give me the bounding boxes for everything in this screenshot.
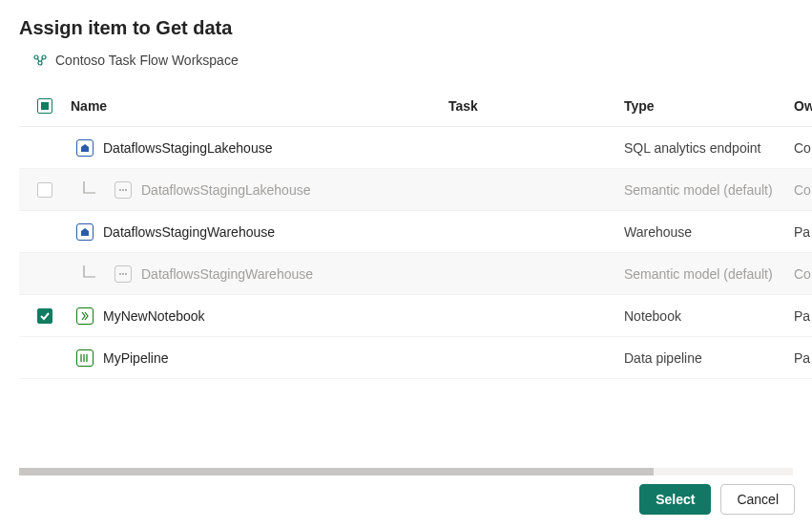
column-header-owner[interactable]: Ow <box>794 98 812 114</box>
column-header-name[interactable]: Name <box>71 98 448 114</box>
svg-point-8 <box>125 273 127 275</box>
item-name: MyNewNotebook <box>103 308 205 324</box>
column-header-task[interactable]: Task <box>448 98 624 114</box>
item-name: DataflowsStagingLakehouse <box>141 182 310 198</box>
select-button[interactable]: Select <box>639 484 711 515</box>
wh-icon <box>76 223 94 241</box>
item-owner: Pa <box>794 350 812 366</box>
item-name: DataflowsStagingWarehouse <box>141 266 313 282</box>
item-name: DataflowsStagingWarehouse <box>103 224 275 240</box>
item-owner: Co <box>794 182 812 198</box>
item-type: Notebook <box>624 308 794 324</box>
workspace-name: Contoso Task Flow Workspace <box>55 53 239 68</box>
workspace-row: Contoso Task Flow Workspace <box>32 53 812 68</box>
row-checkbox[interactable] <box>37 182 52 198</box>
svg-point-4 <box>122 189 124 191</box>
item-owner: Co <box>794 266 812 282</box>
tree-connector-icon <box>80 180 103 201</box>
dialog-footer: Select Cancel <box>639 484 795 515</box>
pipe-icon <box>76 349 94 367</box>
table-header-row: Name Task Type Ow <box>19 85 812 127</box>
item-owner: Pa <box>794 308 812 324</box>
dialog-title: Assign item to Get data <box>19 17 812 39</box>
item-type: Semantic model (default) <box>624 182 794 198</box>
table-row[interactable]: MyPipelineData pipelinePa <box>19 337 812 379</box>
svg-point-3 <box>119 189 121 191</box>
svg-point-6 <box>119 273 121 275</box>
sem-icon <box>115 265 132 283</box>
item-type: Data pipeline <box>624 350 794 366</box>
svg-point-7 <box>122 273 124 275</box>
lake-icon <box>76 139 94 157</box>
item-type: Semantic model (default) <box>624 266 794 282</box>
table-row[interactable]: DataflowsStagingLakehouseSQL analytics e… <box>19 127 812 169</box>
svg-point-0 <box>34 55 38 59</box>
assign-item-dialog: Assign item to Get data Contoso Task Flo… <box>0 0 812 528</box>
tree-connector-icon <box>80 264 103 285</box>
horizontal-scrollbar-thumb[interactable] <box>19 468 654 475</box>
row-checkbox[interactable] <box>37 308 52 324</box>
cancel-button[interactable]: Cancel <box>720 484 795 515</box>
item-name: DataflowsStagingLakehouse <box>103 140 272 156</box>
nb-icon <box>76 307 94 325</box>
select-all-checkbox[interactable] <box>37 98 52 114</box>
horizontal-scrollbar-track[interactable] <box>19 468 793 475</box>
item-name: MyPipeline <box>103 350 168 366</box>
table-row[interactable]: DataflowsStagingWarehouseSemantic model … <box>19 253 812 295</box>
workspace-icon <box>32 53 48 68</box>
table-row[interactable]: DataflowsStagingLakehouseSemantic model … <box>19 169 812 211</box>
svg-point-1 <box>42 55 46 59</box>
svg-point-5 <box>125 189 127 191</box>
item-type: SQL analytics endpoint <box>624 140 794 156</box>
table-row[interactable]: MyNewNotebookNotebookPa <box>19 295 812 337</box>
item-owner: Co <box>794 140 812 156</box>
sem-icon <box>115 181 132 199</box>
column-header-type[interactable]: Type <box>624 98 794 114</box>
item-type: Warehouse <box>624 224 794 240</box>
item-owner: Pa <box>794 224 812 240</box>
items-table: Name Task Type Ow DataflowsStagingLakeho… <box>19 85 812 379</box>
table-row[interactable]: DataflowsStagingWarehouseWarehousePa <box>19 211 812 253</box>
